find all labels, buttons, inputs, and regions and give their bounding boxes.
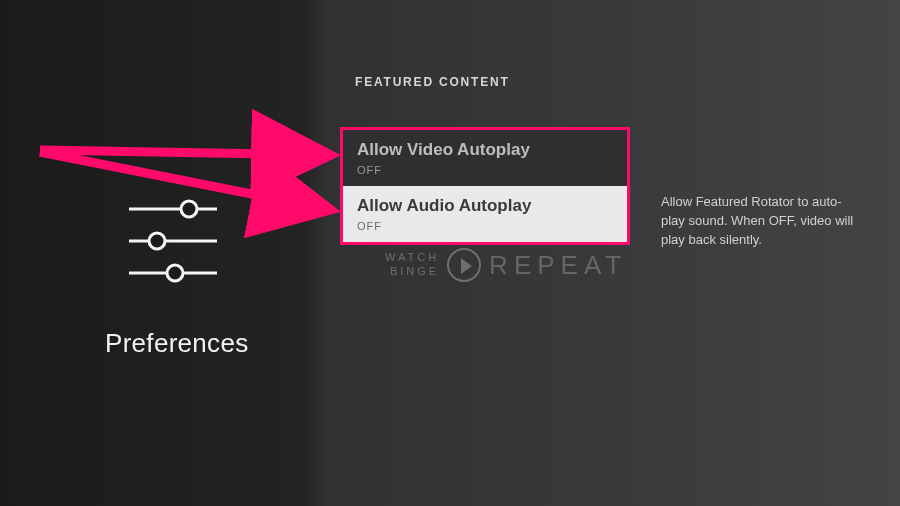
option-label: Allow Video Autoplay — [357, 140, 613, 160]
watermark-line2: BINGE — [385, 265, 439, 279]
annotation-highlight-box: Allow Video Autoplay OFF Allow Audio Aut… — [340, 127, 630, 245]
option-label: Allow Audio Autoplay — [357, 196, 613, 216]
svg-point-1 — [181, 201, 197, 217]
watermark-stack: WATCH BINGE — [385, 251, 439, 279]
watermark-word: REPEAT — [489, 250, 627, 281]
help-text: Allow Featured Rotator to auto-play soun… — [661, 193, 861, 250]
section-header-featured-content: FEATURED CONTENT — [355, 75, 510, 89]
app-root: Preferences FEATURED CONTENT Allow Video… — [0, 0, 900, 506]
left-column: Preferences — [0, 0, 340, 506]
watermark-line1: WATCH — [385, 251, 439, 265]
option-allow-audio-autoplay[interactable]: Allow Audio Autoplay OFF — [343, 186, 627, 242]
option-value: OFF — [357, 220, 613, 232]
svg-point-5 — [167, 265, 183, 281]
play-icon — [447, 248, 481, 282]
page-title: Preferences — [105, 328, 248, 359]
svg-point-3 — [149, 233, 165, 249]
sliders-icon — [125, 195, 225, 295]
option-value: OFF — [357, 164, 613, 176]
option-allow-video-autoplay[interactable]: Allow Video Autoplay OFF — [343, 130, 627, 186]
watermark: WATCH BINGE REPEAT — [385, 248, 627, 282]
